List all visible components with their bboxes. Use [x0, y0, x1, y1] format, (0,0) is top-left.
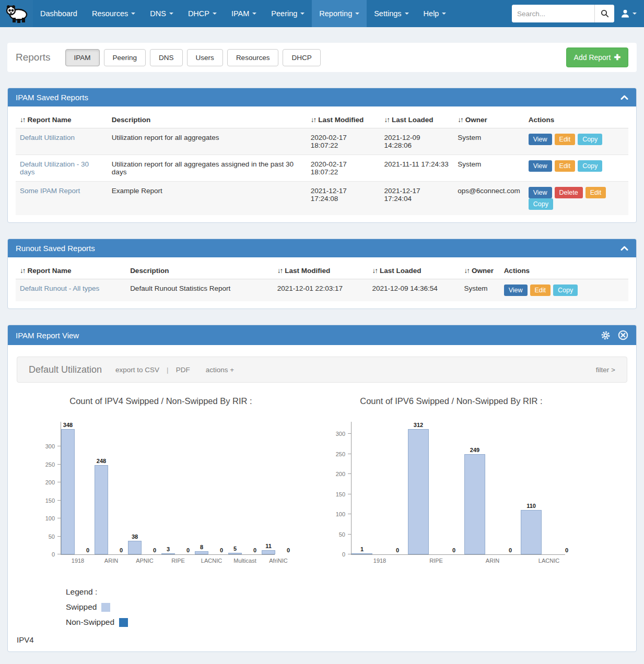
sort-icon[interactable]: ↓↑: [372, 267, 377, 275]
bar-column: 3: [161, 546, 175, 554]
user-menu[interactable]: [620, 9, 637, 18]
y-axis-tick: [348, 514, 352, 514]
y-axis-tick-label: 200: [326, 471, 345, 477]
search-group: [512, 5, 614, 22]
export-csv-link[interactable]: export to CSV: [115, 366, 159, 374]
bar-group-ripe: 30RIPE: [161, 422, 195, 554]
tab-dns[interactable]: DNS: [150, 49, 183, 66]
bar-value-label: 0: [153, 547, 156, 553]
sort-icon[interactable]: ↓↑: [384, 116, 389, 124]
gear-icon[interactable]: [601, 330, 611, 340]
plus-icon: ✚: [614, 53, 620, 62]
cell-last-loaded: 2021-12-09 14:36:54: [368, 279, 460, 302]
copy-button[interactable]: Copy: [529, 198, 553, 210]
nav-item-reporting[interactable]: Reporting: [312, 0, 367, 27]
edit-button[interactable]: Edit: [555, 160, 576, 172]
bar-group-lacnic: 80LACNIC: [195, 422, 228, 554]
user-caret-icon: [633, 13, 637, 15]
x-axis-category-label: 1918: [72, 558, 84, 564]
tab-users[interactable]: Users: [187, 49, 223, 66]
column-header-report-name[interactable]: ↓↑Report Name: [16, 262, 126, 279]
collapse-chevron-up-icon[interactable]: [620, 245, 628, 251]
tab-resources[interactable]: Resources: [227, 49, 279, 66]
chart-plot-area: 0501001502002503001019183120RIPE2490ARIN…: [351, 422, 565, 555]
y-axis-tick-label: 250: [36, 461, 55, 468]
copy-button[interactable]: Copy: [578, 160, 602, 172]
bar-value-label: 0: [509, 547, 512, 553]
collapse-chevron-up-icon[interactable]: [620, 94, 628, 100]
y-axis-tick: [57, 464, 61, 465]
x-axis-category-label: LACNIC: [201, 558, 222, 564]
report-name-link[interactable]: Default Runout - All types: [20, 284, 99, 292]
delete-button[interactable]: Delete: [555, 187, 583, 198]
edit-button[interactable]: Edit: [530, 284, 551, 296]
tab-dhcp[interactable]: DHCP: [283, 49, 320, 66]
table-row: Default UtilizationUtilization report fo…: [16, 128, 628, 155]
report-name-link[interactable]: Default Utilization: [20, 134, 75, 141]
page-content: Reports IPAMPeeringDNSUsersResourcesDHCP…: [0, 43, 644, 652]
chevron-down-icon: [355, 13, 359, 15]
cell-last-modified: 2021-12-01 22:03:17: [273, 279, 368, 302]
app-logo[interactable]: [0, 0, 33, 27]
sort-icon[interactable]: ↓↑: [20, 116, 25, 124]
nav-item-label: DHCP: [188, 9, 209, 18]
tab-ipam[interactable]: IPAM: [65, 49, 100, 66]
edit-button[interactable]: Edit: [586, 187, 606, 198]
report-name-link[interactable]: Some IPAM Report: [20, 187, 80, 195]
search-icon: [601, 9, 609, 18]
search-input[interactable]: [512, 5, 594, 22]
tab-peering[interactable]: Peering: [104, 49, 146, 66]
copy-button[interactable]: Copy: [578, 134, 602, 145]
panel-title: IPAM Saved Reports: [16, 93, 88, 102]
actions-menu[interactable]: actions +: [206, 366, 234, 374]
y-axis-tick: [57, 518, 61, 518]
view-button[interactable]: View: [529, 160, 552, 172]
column-header-last-loaded[interactable]: ↓↑Last Loaded: [368, 262, 460, 279]
y-axis-tick-label: 50: [36, 533, 55, 540]
sort-icon[interactable]: ↓↑: [311, 116, 316, 124]
column-header-last-modified[interactable]: ↓↑Last Modified: [273, 262, 368, 279]
edit-button[interactable]: Edit: [555, 134, 576, 145]
bar-value-label: 38: [132, 533, 138, 540]
bar-group-multicast: 50Multicast: [228, 422, 262, 554]
chevron-down-icon: [213, 13, 217, 15]
nav-item-label: Help: [424, 9, 439, 18]
nav-item-help[interactable]: Help: [416, 0, 454, 27]
nav-item-dns[interactable]: DNS: [143, 0, 181, 27]
nav-item-dashboard[interactable]: Dashboard: [33, 0, 85, 27]
column-header-owner[interactable]: ↓↑Owner: [460, 262, 499, 279]
view-button[interactable]: View: [529, 134, 552, 145]
user-icon: [620, 9, 630, 18]
close-circle-icon[interactable]: [618, 330, 628, 340]
export-pdf-link[interactable]: PDF: [176, 366, 190, 374]
bar-value-label: 312: [414, 422, 423, 428]
view-button[interactable]: View: [529, 187, 552, 198]
legend-label: Swipped: [66, 602, 97, 612]
y-axis-tick-label: 300: [36, 443, 55, 449]
column-header-report-name[interactable]: ↓↑Report Name: [16, 111, 108, 128]
sort-icon[interactable]: ↓↑: [458, 116, 463, 124]
legend-swatch: [101, 603, 110, 612]
nav-item-resources[interactable]: Resources: [85, 0, 143, 27]
sort-icon[interactable]: ↓↑: [464, 267, 469, 275]
bar-column: 0: [387, 547, 408, 554]
sort-icon[interactable]: ↓↑: [277, 267, 283, 275]
column-header-last-modified[interactable]: ↓↑Last Modified: [307, 111, 380, 128]
column-header-last-loaded[interactable]: ↓↑Last Loaded: [380, 111, 453, 128]
nav-item-settings[interactable]: Settings: [367, 0, 416, 27]
copy-button[interactable]: Copy: [553, 284, 578, 296]
view-button[interactable]: View: [504, 284, 528, 296]
column-header-owner[interactable]: ↓↑Owner: [453, 111, 524, 128]
nav-item-peering[interactable]: Peering: [264, 0, 312, 27]
y-axis-tick-label: 0: [36, 551, 55, 558]
add-report-button[interactable]: Add Report✚: [566, 48, 628, 67]
y-axis-tick-label: 300: [326, 431, 345, 437]
report-name-link[interactable]: Default Utilization - 30 days: [20, 160, 89, 176]
search-button[interactable]: [594, 5, 614, 22]
bar-column: 5: [228, 546, 242, 554]
filter-toggle[interactable]: filter >: [596, 366, 615, 374]
nav-item-dhcp[interactable]: DHCP: [181, 0, 224, 27]
column-header-actions: Actions: [524, 111, 628, 128]
sort-icon[interactable]: ↓↑: [20, 267, 25, 275]
nav-item-ipam[interactable]: IPAM: [224, 0, 264, 27]
